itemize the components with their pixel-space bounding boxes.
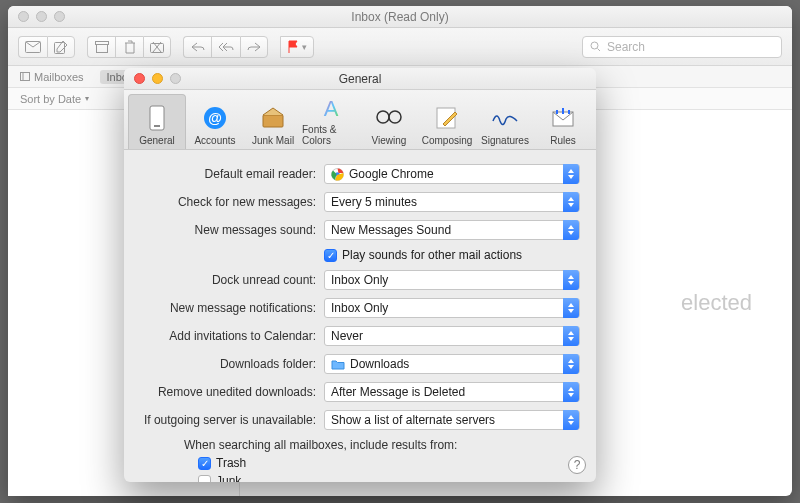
- mailboxes-toggle[interactable]: Mailboxes: [20, 71, 84, 83]
- checkbox-icon: [198, 475, 211, 483]
- envelope-icon: [25, 41, 41, 53]
- sound-label: New messages sound:: [140, 223, 324, 237]
- tab-junk[interactable]: Junk Mail: [244, 94, 302, 149]
- remove-select[interactable]: After Message is Deleted: [324, 382, 580, 402]
- outgoing-label: If outgoing server is unavailable:: [140, 413, 324, 427]
- tab-general[interactable]: General: [128, 94, 186, 149]
- compose-icon: [54, 40, 68, 54]
- tab-composing[interactable]: Composing: [418, 94, 476, 149]
- tab-signatures[interactable]: Signatures: [476, 94, 534, 149]
- svg-rect-4: [151, 43, 164, 52]
- fonts-icon: A: [317, 94, 345, 121]
- notif-value: Inbox Only: [331, 301, 388, 315]
- search-placeholder: Search: [607, 40, 645, 54]
- preferences-window: General General @ Accounts Junk Mail A F…: [124, 68, 596, 482]
- get-mail-button[interactable]: [18, 36, 47, 58]
- sort-label: Sort by Date: [20, 93, 81, 105]
- general-icon: [143, 104, 171, 132]
- main-titlebar: Inbox (Read Only): [8, 6, 792, 28]
- svg-rect-11: [263, 115, 283, 127]
- viewing-icon: [375, 104, 403, 132]
- main-toolbar: ▾ Search: [8, 28, 792, 66]
- play-sounds-checkbox[interactable]: ✓ Play sounds for other mail actions: [324, 248, 522, 262]
- svg-rect-3: [96, 44, 107, 52]
- stepper-icon: [563, 410, 579, 430]
- stepper-icon: [563, 382, 579, 402]
- svg-rect-6: [21, 73, 30, 81]
- play-sounds-label: Play sounds for other mail actions: [342, 248, 522, 262]
- notif-label: New message notifications:: [140, 301, 324, 315]
- prefs-title: General: [124, 72, 596, 86]
- svg-point-5: [591, 42, 598, 49]
- cal-label: Add invitations to Calendar:: [140, 329, 324, 343]
- compose-button[interactable]: [47, 36, 75, 58]
- notif-select[interactable]: Inbox Only: [324, 298, 580, 318]
- dock-value: Inbox Only: [331, 273, 388, 287]
- search-field[interactable]: Search: [582, 36, 782, 58]
- archive-button[interactable]: [87, 36, 115, 58]
- sound-select[interactable]: New Messages Sound: [324, 220, 580, 240]
- svg-point-13: [377, 111, 389, 123]
- cal-select[interactable]: Never: [324, 326, 580, 346]
- reply-all-button[interactable]: [211, 36, 240, 58]
- stepper-icon: [563, 192, 579, 212]
- search-icon: [590, 41, 601, 52]
- trash-icon: [124, 40, 136, 54]
- chevron-down-icon: ▾: [85, 94, 89, 103]
- check-label: Check for new messages:: [140, 195, 324, 209]
- include-trash-checkbox[interactable]: ✓ Trash: [198, 456, 580, 470]
- dl-select[interactable]: Downloads: [324, 354, 580, 374]
- stepper-icon: [563, 298, 579, 318]
- reply-button[interactable]: [183, 36, 211, 58]
- junk-icon: [150, 41, 164, 53]
- stepper-icon: [563, 326, 579, 346]
- dock-select[interactable]: Inbox Only: [324, 270, 580, 290]
- chrome-icon: [331, 168, 344, 181]
- help-button[interactable]: ?: [568, 456, 586, 474]
- svg-rect-8: [154, 125, 160, 127]
- stepper-icon: [563, 220, 579, 240]
- stepper-icon: [563, 354, 579, 374]
- chevron-down-icon: ▾: [302, 42, 307, 52]
- forward-button[interactable]: [240, 36, 268, 58]
- reader-label: Default email reader:: [140, 167, 324, 181]
- main-window-title: Inbox (Read Only): [8, 10, 792, 24]
- mailboxes-icon: [20, 72, 30, 81]
- reader-value: Google Chrome: [349, 167, 434, 181]
- folder-icon: [331, 359, 345, 370]
- svg-text:@: @: [208, 110, 222, 126]
- checkbox-checked-icon: ✓: [324, 249, 337, 262]
- accounts-icon: @: [201, 104, 229, 132]
- tab-fonts[interactable]: A Fonts & Colors: [302, 94, 360, 149]
- search-include-heading: When searching all mailboxes, include re…: [184, 438, 580, 452]
- dl-label: Downloads folder:: [140, 357, 324, 371]
- tab-rules[interactable]: Rules: [534, 94, 592, 149]
- reader-select[interactable]: Google Chrome: [324, 164, 580, 184]
- flag-button[interactable]: ▾: [280, 36, 314, 58]
- reply-all-icon: [218, 42, 234, 52]
- tab-accounts[interactable]: @ Accounts: [186, 94, 244, 149]
- remove-label: Remove unedited downloads:: [140, 385, 324, 399]
- junk-button[interactable]: [143, 36, 171, 58]
- checkbox-checked-icon: ✓: [198, 457, 211, 470]
- tab-viewing[interactable]: Viewing: [360, 94, 418, 149]
- remove-value: After Message is Deleted: [331, 385, 465, 399]
- stepper-icon: [563, 164, 579, 184]
- delete-button[interactable]: [115, 36, 143, 58]
- dock-label: Dock unread count:: [140, 273, 324, 287]
- prefs-body: Default email reader: Google Chrome Chec…: [124, 150, 596, 482]
- help-icon: ?: [574, 458, 581, 472]
- svg-point-14: [389, 111, 401, 123]
- sound-value: New Messages Sound: [331, 223, 451, 237]
- check-value: Every 5 minutes: [331, 195, 417, 209]
- outgoing-select[interactable]: Show a list of alternate servers: [324, 410, 580, 430]
- signatures-icon: [491, 104, 519, 132]
- include-junk-checkbox[interactable]: Junk: [198, 474, 580, 482]
- prefs-titlebar: General: [124, 68, 596, 90]
- archive-icon: [95, 41, 109, 53]
- stepper-icon: [563, 270, 579, 290]
- no-message-label: elected: [681, 290, 752, 316]
- flag-icon: [287, 40, 299, 54]
- check-select[interactable]: Every 5 minutes: [324, 192, 580, 212]
- dl-value: Downloads: [350, 357, 409, 371]
